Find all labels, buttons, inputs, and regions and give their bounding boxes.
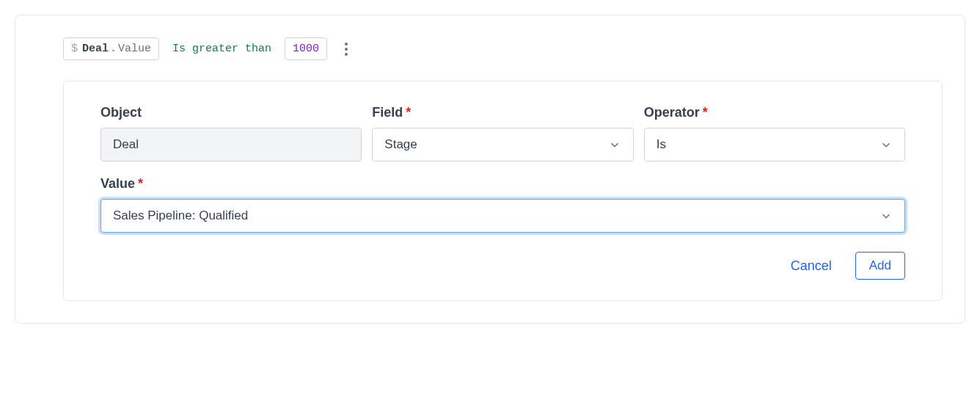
action-row: Cancel Add <box>100 252 905 280</box>
operator-select[interactable]: Is <box>644 128 905 161</box>
operator-value: Is <box>657 137 666 152</box>
chevron-down-icon <box>608 138 621 151</box>
value-label: Value* <box>100 176 905 192</box>
condition-value-chip[interactable]: 1000 <box>285 37 327 60</box>
field-value: Stage <box>384 137 417 152</box>
chevron-down-icon <box>880 138 893 151</box>
value-group: Value* Sales Pipeline: Qualified <box>100 176 905 233</box>
more-options-icon[interactable] <box>340 38 352 60</box>
form-grid: Object Deal Field* Stage Operator* <box>100 105 905 233</box>
object-label: Object <box>100 105 362 120</box>
condition-object: Deal <box>82 43 109 55</box>
condition-dot: . <box>110 43 117 55</box>
chevron-down-icon <box>880 209 893 222</box>
value-selected: Sales Pipeline: Qualified <box>113 208 248 223</box>
add-button[interactable]: Add <box>855 252 905 280</box>
existing-condition-row: $ Deal.Value Is greater than 1000 <box>63 37 943 60</box>
filter-card: $ Deal.Value Is greater than 1000 Object… <box>15 15 965 324</box>
operator-label: Operator* <box>644 105 905 120</box>
condition-field-chip[interactable]: $ Deal.Value <box>63 37 159 60</box>
value-select[interactable]: Sales Pipeline: Qualified <box>100 199 905 233</box>
operator-group: Operator* Is <box>644 105 905 161</box>
dollar-sign-icon: $ <box>71 43 78 55</box>
field-group: Field* Stage <box>372 105 633 161</box>
object-group: Object Deal <box>100 105 362 161</box>
condition-operator: Is greater than <box>172 43 271 55</box>
object-select: Deal <box>100 128 362 161</box>
field-select[interactable]: Stage <box>372 128 633 161</box>
field-label: Field* <box>372 105 633 120</box>
condition-field: Value <box>118 43 151 55</box>
condition-editor-card: Object Deal Field* Stage Operator* <box>63 81 943 301</box>
cancel-button[interactable]: Cancel <box>788 253 835 280</box>
object-value: Deal <box>113 137 139 152</box>
